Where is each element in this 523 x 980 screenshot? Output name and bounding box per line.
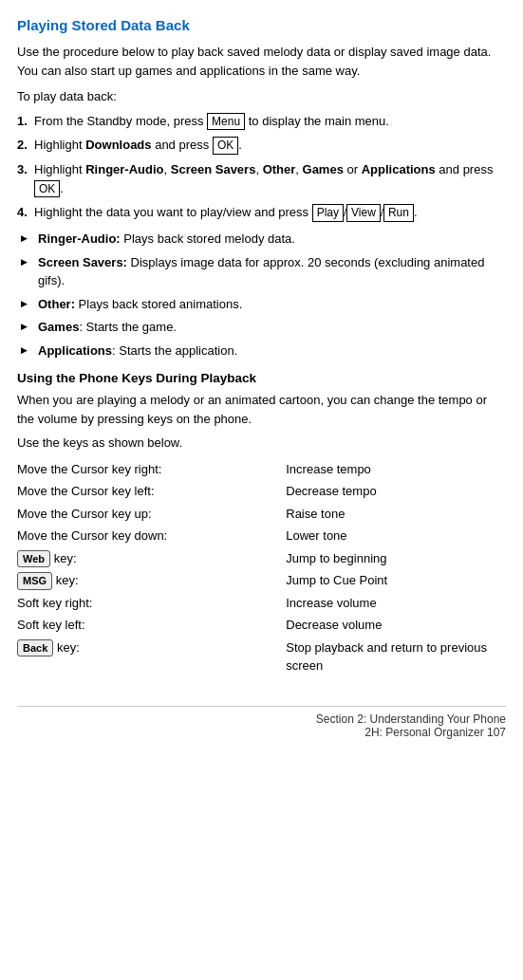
pill-row-web: Web key: Jump to beginning — [17, 547, 506, 570]
step-1: 1. From the Standby mode, press Menu to … — [17, 112, 506, 131]
bullet-ringer: Ringer-Audio: Plays back stored melody d… — [17, 230, 506, 249]
soft-label-right: Soft key right: — [17, 592, 286, 615]
web-pill: Web — [17, 550, 50, 568]
bullet-other: Other: Plays back stored animations. — [17, 295, 506, 314]
section2-heading: Using the Phone Keys During Playback — [17, 371, 506, 385]
soft-label-left: Soft key left: — [17, 614, 286, 637]
steps-list: 1. From the Standby mode, press Menu to … — [17, 112, 506, 223]
footer-line2: 2H: Personal Organizer 107 — [17, 726, 506, 739]
intro-paragraph: Use the procedure below to play back sav… — [17, 43, 506, 80]
key-label-down: Move the Cursor key down: — [17, 525, 286, 547]
bullet-screensavers: Screen Savers: Displays image data for a… — [17, 253, 506, 290]
key-label-up: Move the Cursor key up: — [17, 503, 286, 526]
footer-line1: Section 2: Understanding Your Phone — [17, 712, 506, 726]
key-value-down: Lower tone — [286, 525, 506, 547]
key-row-up: Move the Cursor key up: Raise tone — [17, 503, 506, 526]
soft-value-left: Decrease volume — [286, 614, 506, 637]
key-value-up: Raise tone — [286, 503, 506, 526]
key-row-down: Move the Cursor key down: Lower tone — [17, 525, 506, 547]
bullet-games: Games: Starts the game. — [17, 318, 506, 337]
pill-row-msg: MSG key: Jump to Cue Point — [17, 569, 506, 592]
footer: Section 2: Understanding Your Phone 2H: … — [17, 706, 506, 739]
back-cell: Back key: — [17, 637, 286, 677]
msg-pill: MSG — [17, 572, 52, 590]
key-label-left: Move the Cursor key left: — [17, 480, 286, 503]
bullet-list: Ringer-Audio: Plays back stored melody d… — [17, 230, 506, 360]
step-1-text: From the Standby mode, press Menu to dis… — [34, 114, 389, 128]
section2-intro: When you are playing a melody or an anim… — [17, 391, 506, 428]
step-2-num: 2. — [17, 136, 28, 155]
key-label-right: Move the Cursor key right: — [17, 458, 286, 481]
ok-key-step2: OK — [213, 137, 238, 155]
soft-row-left: Soft key left: Decrease volume — [17, 614, 506, 637]
keys-intro: Use the keys as shown below. — [17, 434, 506, 453]
key-table: Move the Cursor key right: Increase temp… — [17, 458, 506, 677]
step-2-text: Highlight Downloads and press OK. — [34, 138, 242, 152]
menu-key: Menu — [207, 113, 245, 131]
back-value: Stop playback and return to previous scr… — [286, 637, 506, 677]
step-3-num: 3. — [17, 160, 28, 179]
to-play-label: To play data back: — [17, 87, 506, 106]
key-row-right: Move the Cursor key right: Increase temp… — [17, 458, 506, 481]
step-3: 3. Highlight Ringer-Audio, Screen Savers… — [17, 160, 506, 197]
step-4-text: Highlight the data you want to play/view… — [34, 205, 418, 219]
view-key: View — [346, 204, 381, 222]
play-key: Play — [312, 204, 344, 222]
soft-value-right: Increase volume — [286, 592, 506, 615]
pill-web-cell: Web key: — [17, 547, 286, 570]
key-row-left: Move the Cursor key left: Decrease tempo — [17, 480, 506, 503]
key-value-left: Decrease tempo — [286, 480, 506, 503]
back-pill: Back — [17, 639, 53, 657]
run-key: Run — [383, 204, 414, 222]
bullet-applications: Applications: Starts the application. — [17, 342, 506, 361]
pill-msg-cell: MSG key: — [17, 569, 286, 592]
step-3-text: Highlight Ringer-Audio, Screen Savers, O… — [34, 162, 493, 195]
page-title: Playing Stored Data Back — [17, 17, 506, 33]
ok-key-step3: OK — [34, 180, 60, 198]
msg-value: Jump to Cue Point — [286, 569, 506, 592]
key-value-right: Increase tempo — [286, 458, 506, 481]
step-4-num: 4. — [17, 203, 28, 222]
back-row: Back key: Stop playback and return to pr… — [17, 637, 506, 677]
soft-row-right: Soft key right: Increase volume — [17, 592, 506, 615]
step-1-num: 1. — [17, 112, 28, 131]
step-2: 2. Highlight Downloads and press OK. — [17, 136, 506, 155]
web-value: Jump to beginning — [286, 547, 506, 570]
step-4: 4. Highlight the data you want to play/v… — [17, 203, 506, 222]
